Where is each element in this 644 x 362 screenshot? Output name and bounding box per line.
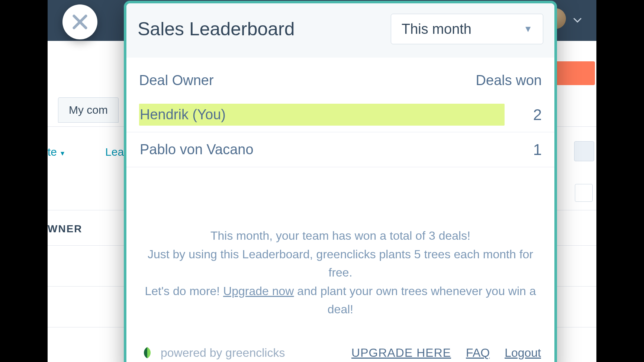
summary-text: This month, your team has won a total of… [126,167,554,334]
leaderboard-modal: Sales Leaderboard This month ▼ Deal Owne… [124,1,557,362]
modal-header: Sales Leaderboard This month ▼ [126,3,554,58]
column-header-owner: WNER [48,223,83,235]
close-icon [72,14,88,30]
upgrade-here-link[interactable]: UPGRADE HERE [351,346,451,360]
footer-links: UPGRADE HERE FAQ Logout [351,346,541,360]
summary-line-2: Just by using this Leaderboard, greencli… [141,245,540,282]
footer-brand: powered by greenclicks [140,346,285,361]
filter-partial-lea[interactable]: Lea [105,146,124,158]
summary-line-3: Let's do more! Upgrade now and plant you… [141,282,540,319]
modal-footer: powered by greenclicks UPGRADE HERE FAQ … [126,334,554,362]
background-right-control[interactable] [574,141,594,161]
leaderboard-row: Hendrik (You) 2 [126,97,554,132]
column-deal-owner: Deal Owner [139,72,214,88]
powered-by-text: powered by greenclicks [161,346,285,360]
row-deals-count: 2 [519,106,542,124]
chevron-down-icon: ▼ [524,24,532,34]
leaf-icon [140,346,155,361]
leaderboard-columns: Deal Owner Deals won [126,58,554,97]
column-deals-won: Deals won [476,72,542,88]
close-button[interactable] [62,4,97,39]
period-select[interactable]: This month ▼ [391,14,543,44]
faq-link[interactable]: FAQ [466,346,490,360]
row-owner-name: Hendrik (You) [139,104,505,126]
background-tab[interactable]: My com [58,97,119,123]
upgrade-now-link[interactable]: Upgrade now [223,284,294,298]
avatar-chevron-icon[interactable] [573,16,582,25]
period-select-label: This month [402,21,471,37]
row-owner-name: Pablo von Vacano [139,139,505,161]
filter-partial-te[interactable]: te▾ [48,146,64,158]
create-button[interactable] [554,61,595,85]
leaderboard-row: Pablo von Vacano 1 [126,132,554,167]
logout-link[interactable]: Logout [505,346,541,360]
row-deals-count: 1 [519,141,542,159]
background-tab-label: My com [69,104,108,116]
background-filter-row: te▾ Lea [48,146,124,158]
background-search-box[interactable] [575,184,593,202]
summary-line-1: This month, your team has won a total of… [141,227,540,245]
modal-title: Sales Leaderboard [138,18,295,40]
